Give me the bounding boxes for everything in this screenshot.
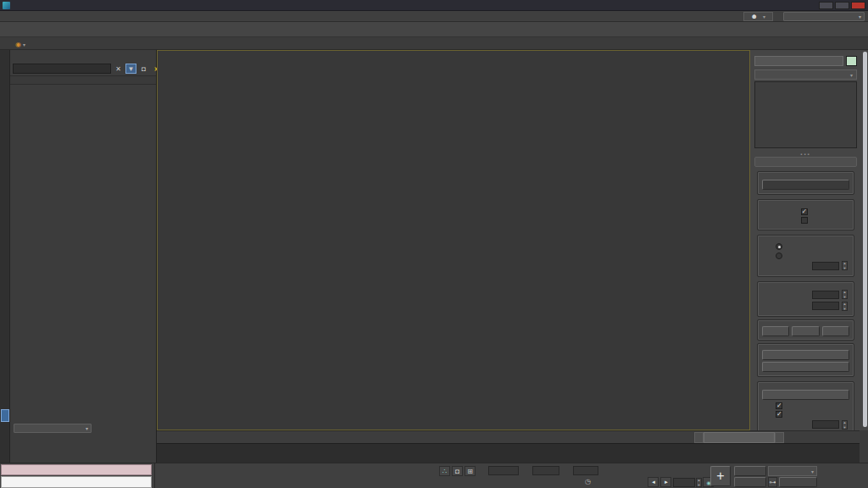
ffd-parameters-rollout-header[interactable] — [754, 157, 857, 167]
dimensions-group — [757, 171, 854, 195]
object-name-field[interactable] — [754, 56, 843, 66]
set-keys-plus-button[interactable]: + — [710, 466, 731, 486]
viewport-svg[interactable] — [157, 50, 750, 430]
x-coordinate-field[interactable] — [488, 466, 519, 475]
scene-explorer-search-row: ✕ ▼ ◘ ➤ — [13, 63, 153, 75]
modifier-list-dropdown[interactable]: ▾ — [754, 69, 857, 80]
offset-spinner[interactable] — [842, 420, 848, 430]
ribbon-config-icon: ◉ — [15, 41, 21, 48]
lock-icon[interactable]: ◘ — [138, 64, 149, 74]
lattice-checkbox[interactable] — [801, 208, 808, 215]
display-filter-rail — [11, 87, 25, 407]
command-panel: ▾ ▪▪▪ — [750, 50, 868, 430]
time-slider-value[interactable] — [704, 432, 775, 443]
falloff-spinner[interactable] — [842, 261, 848, 270]
time-slider[interactable] — [157, 430, 860, 443]
continuity-field[interactable] — [812, 302, 839, 310]
falloff-field[interactable] — [812, 262, 839, 270]
status-bar: ∴ ◘ ⊞ ◷ ◄ ► ◉ + ▾ ⊶ — [0, 463, 868, 488]
source-volume-checkbox[interactable] — [801, 217, 808, 224]
animate-all-button[interactable] — [762, 362, 849, 372]
z-coordinate-field[interactable] — [573, 466, 598, 475]
set-number-of-points-button[interactable] — [762, 180, 849, 190]
explorer-search-input[interactable] — [13, 64, 111, 74]
set-key-button[interactable] — [734, 477, 766, 487]
app-icon — [3, 2, 10, 9]
scene-tree — [25, 86, 155, 197]
conform-to-shape-button[interactable] — [762, 390, 849, 400]
deform-group — [757, 235, 854, 277]
ribbon-tabs: ◉▾ — [0, 37, 868, 50]
selection-group — [757, 319, 854, 341]
viewport-layout-strip — [0, 50, 10, 463]
key-filters-icon[interactable]: ⊶ — [768, 477, 777, 487]
transform-type-in-toggle[interactable]: ⊞ — [465, 466, 476, 476]
minimize-button[interactable] — [819, 2, 833, 9]
previous-frame-arrow[interactable] — [694, 432, 704, 443]
rollout-grip[interactable]: ▪▪▪ — [750, 152, 861, 156]
maxscript-macro-row[interactable] — [1, 464, 152, 475]
time-tag-icon: ◷ — [583, 477, 593, 486]
time-slider-handle[interactable] — [694, 432, 784, 443]
object-color-swatch[interactable] — [846, 56, 857, 66]
y-coordinate-field[interactable] — [532, 466, 559, 475]
conform-group — [757, 381, 854, 430]
timeline-corner — [860, 430, 868, 463]
all-x-button[interactable] — [762, 326, 789, 336]
current-frame-field[interactable] — [673, 478, 695, 487]
main-toolbar — [0, 22, 868, 37]
selection-lock-toggle[interactable]: ◘ — [452, 466, 463, 476]
key-filters-button[interactable] — [779, 477, 817, 487]
all-y-button[interactable] — [792, 326, 819, 336]
viewport-canvas[interactable] — [157, 50, 750, 430]
outside-points-checkbox[interactable] — [776, 411, 782, 418]
next-key-button[interactable]: ► — [660, 477, 671, 487]
tension-spinner[interactable] — [842, 290, 848, 299]
auto-key-button[interactable] — [734, 466, 766, 476]
display-group — [757, 199, 854, 230]
modifier-stack — [754, 81, 857, 148]
maxscript-input-row[interactable] — [1, 476, 152, 488]
filter-icon[interactable]: ▼ — [125, 64, 136, 74]
scene-explorer: ✕ ▼ ◘ ➤ ▾ — [10, 50, 157, 463]
maximize-button[interactable] — [835, 2, 849, 9]
previous-key-button[interactable]: ◄ — [648, 477, 659, 487]
continuity-spinner[interactable] — [842, 302, 848, 311]
clear-search-icon[interactable]: ✕ — [113, 64, 124, 74]
only-in-volume-radio[interactable] — [776, 243, 782, 250]
all-vertices-radio[interactable] — [776, 252, 782, 259]
explorer-column-headers — [10, 75, 156, 85]
sign-in-button[interactable]: ☻▾ — [743, 12, 773, 21]
3ds-max-window: ☻▾ ▾ ◉▾ ✕ ▼ ◘ ➤ ▾ — [0, 0, 868, 488]
explorer-preset-dropdown[interactable]: ▾ — [14, 424, 92, 433]
frame-step-controls: ◄ ► ◉ — [648, 477, 715, 487]
close-button[interactable] — [851, 2, 865, 9]
explorer-footer: ▾ — [10, 421, 156, 435]
command-panel-scrollbar[interactable] — [863, 52, 867, 427]
menu-bar: ☻▾ ▾ — [0, 11, 868, 22]
offset-field[interactable] — [812, 420, 839, 429]
all-z-button[interactable] — [822, 326, 849, 336]
control-points-group — [757, 343, 854, 377]
scene-explorer-menus — [12, 52, 154, 62]
workspace-dropdown[interactable]: ▾ — [783, 12, 865, 21]
title-bar — [0, 0, 868, 11]
viewport-layout-tab[interactable] — [1, 409, 9, 422]
reset-button[interactable] — [762, 350, 849, 360]
frame-spinner[interactable] — [696, 478, 702, 487]
tension-continuity-group — [757, 281, 854, 318]
user-icon: ☻ — [751, 13, 758, 20]
ribbon-config-button[interactable]: ◉▾ — [10, 41, 31, 49]
track-bar[interactable] — [157, 443, 860, 463]
maxscript-mini-listener[interactable] — [0, 463, 155, 488]
key-selection-dropdown[interactable]: ▾ — [768, 466, 817, 476]
next-frame-arrow[interactable] — [775, 432, 784, 443]
isolate-selection-toggle[interactable]: ∴ — [439, 466, 450, 476]
inside-points-checkbox[interactable] — [776, 402, 782, 409]
tension-field[interactable] — [812, 291, 839, 299]
